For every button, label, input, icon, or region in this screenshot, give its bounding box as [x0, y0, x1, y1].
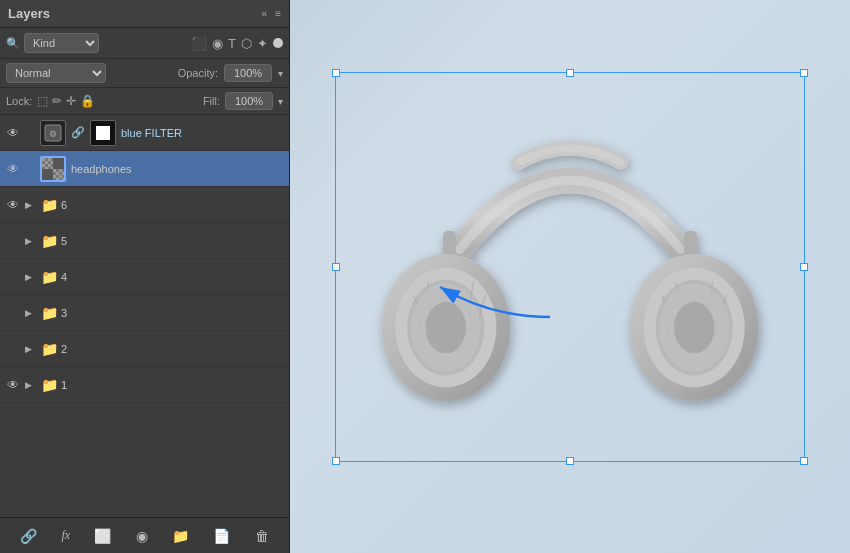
expand-arrow-2[interactable]: ▶: [25, 344, 37, 354]
panel-title-icons: « ≡: [262, 8, 281, 19]
visibility-toggle-1[interactable]: 👁: [4, 378, 22, 392]
expand-arrow-3[interactable]: ▶: [25, 308, 37, 318]
adjustment-icon[interactable]: ◉: [133, 525, 151, 547]
collapse-icon[interactable]: «: [262, 8, 268, 19]
lock-pixels-icon[interactable]: ⬚: [37, 94, 48, 108]
layer-name-1: 1: [61, 379, 285, 391]
canvas-area: [290, 0, 850, 553]
layer-name-4: 4: [61, 271, 285, 283]
smart-object-icon: ⚙: [43, 123, 63, 143]
folder-icon-1: 📁: [40, 377, 58, 393]
layers-list: 👁 ⚙ 🔗 blue FILTER 👁: [0, 115, 289, 517]
expand-arrow-1[interactable]: ▶: [25, 380, 37, 390]
fill-label: Fill:: [203, 95, 220, 107]
panel-bottom-bar: 🔗 fx ⬜ ◉ 📁 📄 🗑: [0, 517, 289, 553]
lock-icons: ⬚ ✏ ✛ 🔒: [37, 94, 95, 108]
selection-handle-middle-right[interactable]: [800, 263, 808, 271]
shape-filter-icon[interactable]: ⬡: [241, 36, 252, 51]
selection-handle-bottom-left[interactable]: [332, 457, 340, 465]
selection-handle-bottom-right[interactable]: [800, 457, 808, 465]
layer-name-6: 6: [61, 199, 285, 211]
layer-item-2[interactable]: ▶ 📁 2: [0, 331, 289, 367]
pixel-filter-icon[interactable]: ⬛: [191, 36, 207, 51]
layer-item-5[interactable]: ▶ 📁 5: [0, 223, 289, 259]
layer-thumb-headphones: [40, 156, 66, 182]
circle-dot-icon: [273, 38, 283, 48]
link-icon-blue-filter: 🔗: [71, 126, 85, 139]
lock-all-icon[interactable]: 🔒: [80, 94, 95, 108]
folder-icon-6: 📁: [40, 197, 58, 213]
layer-name-3: 3: [61, 307, 285, 319]
folder-icon-5: 📁: [40, 233, 58, 249]
panel-title: Layers: [8, 6, 50, 21]
opacity-value[interactable]: 100%: [224, 64, 272, 82]
group-icon[interactable]: 📁: [169, 525, 192, 547]
link-layers-icon[interactable]: 🔗: [17, 525, 40, 547]
kind-row: 🔍 Kind ⬛ ◉ T ⬡ ✦: [0, 28, 289, 59]
expand-arrow-5[interactable]: ▶: [25, 236, 37, 246]
lock-fill-row: Lock: ⬚ ✏ ✛ 🔒 Fill: 100% ▾: [0, 88, 289, 115]
lock-position-icon[interactable]: ✛: [66, 94, 76, 108]
layer-item-3[interactable]: ▶ 📁 3: [0, 295, 289, 331]
layer-name-2: 2: [61, 343, 285, 355]
new-layer-icon[interactable]: 📄: [210, 525, 233, 547]
selection-handle-top-middle[interactable]: [566, 69, 574, 77]
fx-icon[interactable]: fx: [58, 525, 73, 546]
selection-handle-top-left[interactable]: [332, 69, 340, 77]
layer-item-6[interactable]: 👁 ▶ 📁 6: [0, 187, 289, 223]
lock-label: Lock:: [6, 95, 32, 107]
search-icon: 🔍: [6, 37, 20, 50]
expand-arrow-6[interactable]: ▶: [25, 200, 37, 210]
selection-handle-top-right[interactable]: [800, 69, 808, 77]
panel-title-bar: Layers « ≡: [0, 0, 289, 28]
delete-layer-icon[interactable]: 🗑: [252, 525, 272, 547]
kind-select[interactable]: Kind: [24, 33, 99, 53]
selection-box: [335, 72, 805, 462]
blend-opacity-row: Normal Opacity: 100% ▾: [0, 59, 289, 88]
visibility-toggle-6[interactable]: 👁: [4, 198, 22, 212]
selection-handle-bottom-middle[interactable]: [566, 457, 574, 465]
kind-icons: ⬛ ◉ T ⬡ ✦: [103, 36, 283, 51]
folder-icon-2: 📁: [40, 341, 58, 357]
folder-icon-4: 📁: [40, 269, 58, 285]
svg-text:⚙: ⚙: [49, 129, 57, 139]
layers-panel: Layers « ≡ 🔍 Kind ⬛ ◉ T ⬡ ✦ Normal Opaci…: [0, 0, 290, 553]
smart-filter-icon[interactable]: ✦: [257, 36, 268, 51]
layer-item-4[interactable]: ▶ 📁 4: [0, 259, 289, 295]
folder-icon-3: 📁: [40, 305, 58, 321]
fill-value[interactable]: 100%: [225, 92, 273, 110]
panel-menu-icon[interactable]: ≡: [275, 8, 281, 19]
headphones-container: [325, 62, 815, 492]
layer-name-blue-filter: blue FILTER: [121, 127, 285, 139]
layer-item-headphones[interactable]: 👁 headphones: [0, 151, 289, 187]
expand-arrow-4[interactable]: ▶: [25, 272, 37, 282]
blend-mode-select[interactable]: Normal: [6, 63, 106, 83]
layer-mask-thumb-blue-filter: [90, 120, 116, 146]
layer-item-blue-filter[interactable]: 👁 ⚙ 🔗 blue FILTER: [0, 115, 289, 151]
lock-paint-icon[interactable]: ✏: [52, 94, 62, 108]
opacity-arrow: ▾: [278, 68, 283, 79]
opacity-label: Opacity:: [178, 67, 218, 79]
layer-name-5: 5: [61, 235, 285, 247]
adjustment-filter-icon[interactable]: ◉: [212, 36, 223, 51]
mask-icon[interactable]: ⬜: [91, 525, 114, 547]
visibility-toggle-headphones[interactable]: 👁: [4, 162, 22, 176]
fill-arrow: ▾: [278, 96, 283, 107]
layer-name-headphones: headphones: [71, 163, 285, 175]
layer-thumb-blue-filter: ⚙: [40, 120, 66, 146]
type-filter-icon[interactable]: T: [228, 36, 236, 51]
visibility-toggle-blue-filter[interactable]: 👁: [4, 126, 22, 140]
layer-item-1[interactable]: 👁 ▶ 📁 1: [0, 367, 289, 403]
selection-handle-middle-left[interactable]: [332, 263, 340, 271]
